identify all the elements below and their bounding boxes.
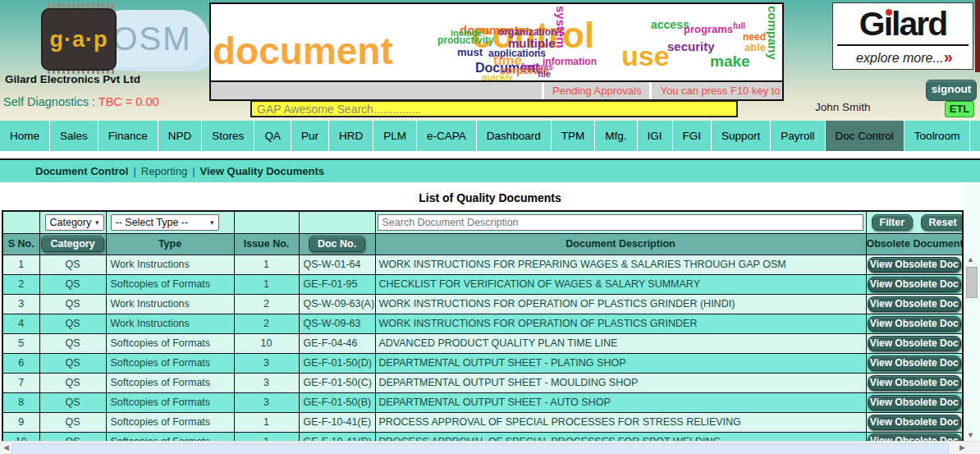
breadcrumb-separator: | <box>192 165 195 177</box>
brand-letter: G <box>859 5 884 43</box>
nav-item[interactable]: Doc Control <box>826 121 904 151</box>
scroll-down-icon[interactable]: ▼ <box>967 431 974 439</box>
wordcloud-word: security <box>667 40 715 53</box>
self-diagnostics-label: Self Diagnostics : <box>3 95 95 108</box>
nav-item[interactable]: PCMD <box>970 121 980 151</box>
description-search-input[interactable] <box>378 214 863 231</box>
header: OSM g·a·p Gilard Electronics Pvt Ltd Sel… <box>0 0 980 121</box>
gilard-logo-text: Gılard <box>833 3 973 44</box>
cell-doc-no: GE-F-01-95 <box>299 274 375 294</box>
view-obsolete-doc-button[interactable]: View Obsolete Doc <box>868 375 961 391</box>
cell-doc-no: QS-W-01-64 <box>299 255 375 274</box>
nav-item[interactable]: NPD <box>158 121 203 151</box>
cell-description: WORK INSTRUCTIONS FOR OPERATION OF PLAST… <box>375 314 866 333</box>
nav-item[interactable]: IGI <box>638 121 673 151</box>
tagline-text: explore more... <box>856 51 944 65</box>
breadcrumb-reporting[interactable]: Reporting <box>141 165 187 177</box>
page: OSM g·a·p Gilard Electronics Pvt Ltd Sel… <box>0 0 980 454</box>
table-header-row: S No. Category Type Issue No. Doc No. Do… <box>2 233 963 255</box>
filter-empty-cell <box>234 211 299 233</box>
view-obsolete-doc-button[interactable]: View Obsolete Doc <box>868 277 961 292</box>
cell-issue-no: 3 <box>234 373 299 392</box>
cell-category: QS <box>39 412 106 432</box>
scroll-left-icon[interactable]: ◀ <box>3 443 9 452</box>
filter-button[interactable]: Filter <box>872 214 914 231</box>
cell-description: DEPARTMENTAL OUTPUT SHEET - AUTO SHOP <box>375 392 866 412</box>
main-nav: Home Sales Finance NPD Stores QA Pur HRD… <box>0 121 980 151</box>
view-obsolete-doc-button[interactable]: View Obsolete Doc <box>868 355 961 371</box>
nav-item[interactable]: Dashboard <box>477 121 552 151</box>
cell-category: QS <box>39 255 106 274</box>
category-sort-button[interactable]: Category <box>41 236 103 252</box>
nav-item[interactable]: Pur <box>291 121 329 151</box>
wordcloud-word: make <box>710 53 750 69</box>
view-obsolete-doc-button[interactable]: View Obsolete Doc <box>868 296 961 312</box>
nav-item[interactable]: Home <box>0 121 50 151</box>
view-obsolete-doc-button[interactable]: View Obsolete Doc <box>868 415 961 430</box>
double-chevron-icon: » <box>944 48 950 66</box>
horizontal-scrollbar-thumb[interactable] <box>11 443 949 454</box>
nav-item[interactable]: TPM <box>552 121 596 151</box>
wordcloud-word: use <box>621 42 670 70</box>
horizontal-scrollbar[interactable]: ◀ ▶ <box>0 441 980 454</box>
category-filter-select[interactable]: Category ▾ <box>45 214 104 231</box>
cell-description: CHECKLIST FOR VERIFICATION OF WAGES & SA… <box>375 274 866 294</box>
cell-category: QS <box>39 333 106 353</box>
view-obsolete-doc-button[interactable]: View Obsolete Doc <box>868 395 961 410</box>
nav-item[interactable]: Toolroom <box>904 121 971 151</box>
chevron-down-icon: ▾ <box>210 218 214 227</box>
user-name: John Smith <box>815 101 871 113</box>
cell-issue-no: 2 <box>234 294 299 314</box>
cell-s-no: 2 <box>2 274 39 294</box>
marquee-divider <box>542 82 544 99</box>
scroll-right-icon[interactable]: ▶ <box>959 443 965 452</box>
breadcrumb-document-control[interactable]: Document Control <box>35 165 128 177</box>
signout-button[interactable]: signout <box>926 80 977 101</box>
doc-no-sort-button[interactable]: Doc No. <box>309 236 365 252</box>
cell-issue-no: 1 <box>234 432 299 441</box>
cell-category: QS <box>39 314 106 333</box>
nav-item[interactable]: Mfg. <box>595 121 637 151</box>
type-filter-select[interactable]: -- Select Type -- ▾ <box>111 214 219 231</box>
self-diagnostics-value: TBC = 0.00 <box>98 95 159 108</box>
wordcloud-word: company <box>767 6 779 60</box>
view-obsolete-doc-button[interactable]: View Obsolete Doc <box>868 433 961 441</box>
category-filter-value: Category <box>50 217 92 228</box>
etl-button[interactable]: ETL <box>945 101 974 117</box>
view-obsolete-doc-button[interactable]: View Obsolete Doc <box>868 316 961 332</box>
cell-type: Softcopies of Formats <box>106 274 234 294</box>
cell-s-no: 6 <box>2 353 39 373</box>
header-obsolete: Obsolete Document <box>866 233 963 255</box>
view-obsolete-doc-button[interactable]: View Obsolete Doc <box>868 336 961 351</box>
nav-item[interactable]: Support <box>712 121 771 151</box>
nav-item[interactable]: FGI <box>673 121 712 151</box>
cell-type: Softcopies of Formats <box>106 432 234 441</box>
marquee-item: Pending Approvals <box>552 85 641 97</box>
scroll-up-icon[interactable]: ▲ <box>967 255 974 264</box>
nav-item[interactable]: PLM <box>373 121 417 151</box>
header-type: Type <box>106 233 234 255</box>
nav-item[interactable]: Payroll <box>771 121 825 151</box>
vertical-scrollbar-thumb[interactable] <box>966 267 978 298</box>
nav-item[interactable]: Sales <box>50 121 98 151</box>
cell-s-no: 9 <box>2 412 39 432</box>
nav-item[interactable]: HRD <box>329 121 373 151</box>
view-obsolete-doc-button[interactable]: View Obsolete Doc <box>868 257 961 273</box>
filter-empty-cell <box>2 211 39 233</box>
gap-chip-icon: g·a·p <box>41 8 117 71</box>
nav-item[interactable]: Finance <box>98 121 158 151</box>
gap-awesome-search-input[interactable] <box>250 100 738 117</box>
vertical-scrollbar[interactable]: ▲ ▼ <box>965 255 978 439</box>
pending-approvals-marquee: Pending Approvals You can press F10 key … <box>211 80 782 99</box>
marquee-divider <box>649 82 652 99</box>
breadcrumb-view-quality-documents[interactable]: View Quality Documents <box>200 165 324 177</box>
reset-button[interactable]: Reset <box>921 214 963 231</box>
nav-item[interactable]: QA <box>254 121 291 151</box>
breadcrumb-separator: | <box>133 165 135 177</box>
nav-item[interactable]: e-CAPA <box>417 121 477 151</box>
wordcloud-word: must <box>457 47 483 57</box>
cell-type: Softcopies of Formats <box>106 373 234 392</box>
cell-type: Work Instructions <box>106 294 234 314</box>
cell-issue-no: 3 <box>234 392 299 412</box>
nav-item[interactable]: Stores <box>202 121 254 151</box>
